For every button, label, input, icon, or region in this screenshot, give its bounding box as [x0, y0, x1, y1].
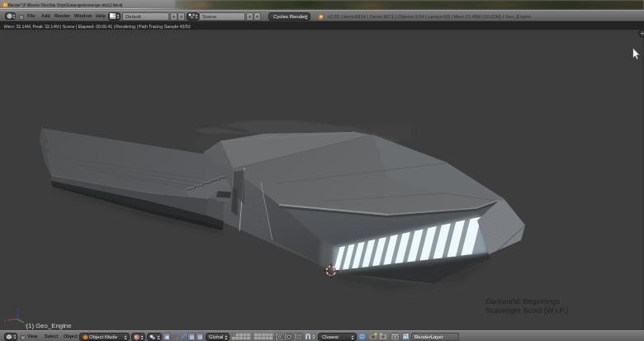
- svg-text:Darkworld: Beginnings: Darkworld: Beginnings: [485, 297, 561, 305]
- svg-text:Scavenger Scout (W.I.P.): Scavenger Scout (W.I.P.): [485, 306, 568, 315]
- svg-text:(1) Geo_Engine: (1) Geo_Engine: [26, 322, 72, 329]
